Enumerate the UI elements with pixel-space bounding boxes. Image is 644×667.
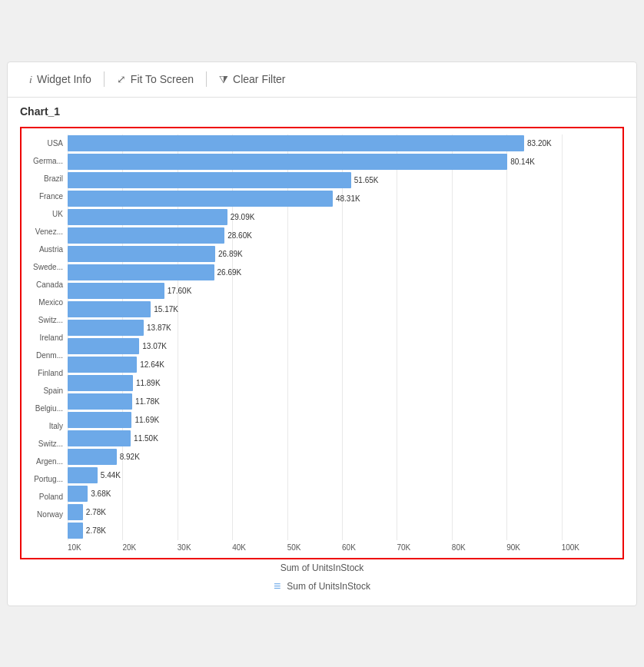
- bar-row: 12.64K: [68, 356, 616, 373]
- y-label: Switz...: [22, 311, 68, 329]
- x-tick: 10K: [68, 543, 122, 552]
- bar-row: 3.68K: [68, 485, 616, 503]
- bar: [68, 523, 83, 539]
- bar-row: 29.09K: [68, 208, 616, 226]
- x-tick: 40K: [232, 543, 287, 552]
- bar-row: 28.60K: [68, 227, 616, 244]
- bar: [68, 486, 88, 502]
- bar-value-label: 83.20K: [527, 139, 552, 148]
- x-tick: 50K: [287, 543, 342, 552]
- clear-filter-label: Clear Filter: [233, 73, 285, 85]
- bar-value-label: 80.14K: [510, 158, 535, 166]
- y-label: Portug...: [22, 470, 68, 488]
- bar: [68, 357, 137, 373]
- bar: [68, 504, 83, 520]
- bar-row: 51.65K: [68, 171, 616, 189]
- y-label: Denm...: [22, 347, 68, 364]
- bar-row: 80.14K: [68, 153, 616, 171]
- x-tick: 70K: [397, 543, 451, 552]
- y-label: Canada: [22, 276, 68, 294]
- y-label: Swede...: [22, 258, 68, 276]
- bar-value-label: 26.89K: [218, 250, 243, 258]
- bar-value-label: 8.92K: [120, 453, 140, 461]
- widget-container: 𝑖 Widget Info ⤢ Fit To Screen ⧩ Clear Fi…: [7, 61, 637, 606]
- bar: [68, 430, 131, 446]
- y-label: Mexico: [22, 294, 68, 311]
- bar: [68, 227, 224, 244]
- bar-value-label: 12.64K: [140, 360, 164, 369]
- x-tick: 100K: [562, 543, 616, 552]
- bar: [68, 412, 131, 428]
- bar-row: 26.69K: [68, 264, 616, 281]
- toolbar: 𝑖 Widget Info ⤢ Fit To Screen ⧩ Clear Fi…: [8, 62, 636, 98]
- bar-value-label: 2.78K: [86, 526, 106, 535]
- y-label: France: [22, 187, 68, 205]
- bar: [68, 283, 164, 299]
- bar-row: 13.87K: [68, 319, 616, 337]
- bar: [68, 264, 214, 280]
- chart-title: Chart_1: [8, 98, 636, 121]
- bar-row: 11.78K: [68, 393, 616, 410]
- bar: [68, 154, 507, 170]
- bar-row: 17.60K: [68, 282, 616, 300]
- y-label: Germa...: [22, 152, 68, 170]
- bar-value-label: 28.60K: [227, 231, 252, 240]
- y-label: Venez...: [22, 223, 68, 241]
- x-axis-title: Sum of UnitsInStock: [20, 562, 624, 573]
- bar-value-label: 17.60K: [168, 287, 192, 295]
- legend: ≡ Sum of UnitsInStock: [20, 573, 624, 598]
- y-label: Brazil: [22, 170, 68, 187]
- bar: [68, 191, 333, 207]
- y-label: Austria: [22, 241, 68, 258]
- bars-and-grid: 83.20K80.14K51.65K48.31K29.09K28.60K26.8…: [68, 134, 616, 540]
- bar: [68, 338, 139, 354]
- y-label: Norway: [22, 506, 68, 523]
- y-label: Argen...: [22, 453, 68, 470]
- y-label: Switz...: [22, 435, 68, 453]
- bar-value-label: 48.31K: [336, 194, 360, 203]
- y-label: Belgiu...: [22, 400, 68, 417]
- bar: [68, 301, 151, 317]
- bar: [68, 375, 133, 391]
- bar-row: 11.50K: [68, 430, 616, 447]
- bars-section: USAGerma...BrazilFranceUKVenez...Austria…: [22, 134, 616, 540]
- filter-icon: ⧩: [219, 73, 228, 86]
- bar-row: 11.89K: [68, 374, 616, 392]
- bar-value-label: 11.50K: [134, 434, 158, 443]
- y-label: USA: [22, 134, 68, 152]
- bar: [68, 209, 227, 225]
- bar-row: 13.07K: [68, 337, 616, 355]
- separator-2: [206, 71, 207, 87]
- x-tick: 60K: [342, 543, 397, 552]
- bar-row: 2.78K: [68, 503, 616, 521]
- y-label: Ireland: [22, 329, 68, 347]
- bar-row: 11.69K: [68, 411, 616, 429]
- bar-value-label: 11.69K: [134, 416, 159, 424]
- widget-info-label: Widget Info: [37, 73, 91, 85]
- bar-value-label: 29.09K: [231, 213, 255, 221]
- bar-row: 8.92K: [68, 448, 616, 466]
- bar: [68, 135, 524, 151]
- bar-row: 26.89K: [68, 245, 616, 263]
- fit-to-screen-button[interactable]: ⤢ Fit To Screen: [108, 68, 203, 90]
- bar-row: 2.78K: [68, 522, 616, 539]
- separator-1: [104, 71, 105, 87]
- widget-info-button[interactable]: 𝑖 Widget Info: [20, 68, 101, 91]
- y-label: UK: [22, 205, 68, 223]
- y-label: Finland: [22, 364, 68, 382]
- bar-row: 83.20K: [68, 134, 616, 152]
- bar-value-label: 13.07K: [142, 342, 167, 350]
- x-tick: 90K: [506, 543, 561, 552]
- y-label: Italy: [22, 417, 68, 435]
- bar-value-label: 51.65K: [354, 176, 379, 184]
- x-tick: 80K: [452, 543, 506, 552]
- chart-inner: USAGerma...BrazilFranceUKVenez...Austria…: [20, 127, 624, 559]
- bar-value-label: 5.44K: [101, 471, 121, 480]
- bar: [68, 393, 132, 410]
- bar: [68, 246, 215, 262]
- bar-value-label: 13.87K: [147, 324, 171, 332]
- bar: [68, 320, 144, 336]
- clear-filter-button[interactable]: ⧩ Clear Filter: [210, 68, 294, 91]
- bar-row: 15.17K: [68, 300, 616, 318]
- bar-row: 5.44K: [68, 466, 616, 484]
